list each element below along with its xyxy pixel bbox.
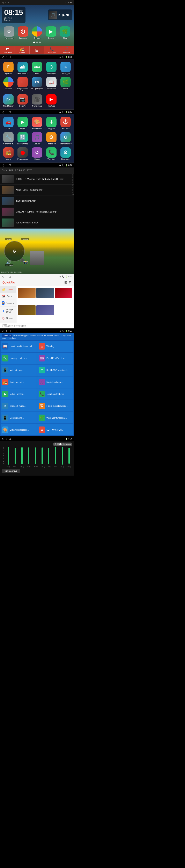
manual-item-radio[interactable]: 📻 Radio operation [0,376,37,388]
recent-icon-3[interactable]: □ [9,111,10,114]
recent-icon-4[interactable]: □ [9,163,10,167]
manual-item-wallpaper[interactable]: 🌿 Wallpaper functional... [37,412,74,424]
app-func[interactable]: F Функции [2,61,15,75]
manual-item-dynamic[interactable]: 🎨 Dynamic wallpaper... [0,424,37,436]
recent-icon-5[interactable]: □ [9,275,10,278]
manual-item-main-interface[interactable]: 📱 Main interface [0,364,37,376]
manual-item-video[interactable]: ▶ Video Function... [0,388,37,400]
photo-4[interactable] [18,305,36,315]
back-ctrl-icon[interactable]: ↩ [22,249,25,253]
nav-radio[interactable]: 📻 Радио [15,46,30,54]
photo-5[interactable] [36,305,54,315]
manual-item-music[interactable]: 🎵 Music functional... [37,376,74,388]
app-radio2[interactable]: 📻 радио [2,147,15,161]
manual-item-telephony[interactable]: 📞 Telephony features [37,388,74,400]
eq-band-8khz[interactable] [59,447,66,465]
recent-icon-7[interactable]: □ [9,437,10,440]
eq-band-2khz[interactable] [45,447,52,465]
app-calculator[interactable]: 🔢 Калькулятор [16,131,30,146]
eq-band-64hz[interactable] [12,447,19,465]
app-phone2[interactable]: 📞 Телефон [45,147,58,161]
app-screensaver2[interactable]: ⏻ Заставка [59,116,72,130]
sidebar-picasa[interactable]: ⬡ Picasa [0,315,16,322]
manual-item-cleaning[interactable]: 🔧 cleaning equipment [0,352,37,364]
eq-band-125hz[interactable] [18,447,25,465]
eq-band-1khz[interactable] [39,447,45,465]
app-install[interactable]: ⚙ Установки [59,147,72,161]
home-icon-5[interactable]: ○ [5,275,7,278]
recent-icon-6[interactable]: □ [9,329,10,333]
nav-home[interactable]: ⊞ [30,46,44,54]
app-playmarket[interactable]: ▷ Play Маркет [2,93,15,108]
manual-item-bluetooth[interactable]: ʙ Bluetooth music... [0,400,37,412]
app-easyconnect[interactable]: E EasyConnectio [16,76,30,93]
manual-item-how-to-read[interactable]: 📖 How to read this manual [0,340,37,352]
nav-phone[interactable]: 📞 Телефон [44,46,59,54]
app-reset[interactable]: ↺ Сброс [30,147,44,161]
home-icon-6[interactable]: ○ [5,329,7,333]
back-icon-2[interactable]: ◁ [2,55,4,59]
back-icon[interactable]: ◁ [2,1,3,4]
home-icon-4[interactable]: ○ [5,163,7,167]
app-video[interactable]: ▶ Видео [44,26,58,40]
app-video2[interactable]: ▶ Видео [16,116,30,130]
prev-button[interactable]: ⏮ [59,13,62,17]
video-item-3[interactable]: bianxingjingang.mp4 [0,195,74,206]
eq-band-16khz[interactable] [66,447,72,465]
app-oboi[interactable]: 🌿 Обои [59,76,72,93]
app-downloads[interactable]: ⬇ Загрузки [45,116,58,130]
recent-icon-2[interactable]: □ [9,55,10,59]
video-item-1[interactable]: 1080p_TP_Wonder_Girls_Nobody_kbs2HD.mp4 [0,174,74,185]
eq-band-32hz[interactable] [5,447,12,465]
app-auto[interactable]: 🚗 Авто [2,116,15,130]
app-screensaver[interactable]: ⏻ Заставка [16,26,30,40]
app-music[interactable]: 🎵 Музыка [30,131,44,146]
home-icon-7[interactable]: ○ [5,437,7,440]
nav-navigation[interactable]: 🗺 Навигация [0,46,15,54]
manual-item-bootlogo[interactable]: ⊙ Boot LOGO functional... [37,364,74,376]
app-instructions[interactable]: 📖 Instructions [45,76,58,93]
home-icon[interactable]: ○ [4,1,6,4]
manual-item-setfunc[interactable]: ⚙ SET FUNCTION... [37,424,74,436]
eq-toggle[interactable] [57,443,62,445]
sidebar-dropbox[interactable]: 📦 Dropbox [0,300,16,307]
eq-band-4khz[interactable] [52,447,59,465]
photo-2[interactable] [36,288,54,298]
grid-view-icon[interactable]: ⊞ [64,280,67,284]
app-settingsgo[interactable]: G Настройки Go [59,131,72,146]
settings-ctrl-icon[interactable]: ⚙ [12,249,16,254]
settings-icon-qp[interactable]: ⚙ [69,280,72,284]
eq-switch[interactable]: off По умолч. [53,442,72,446]
sidebar-add[interactable]: + Добавить [0,327,16,329]
app-bootlogo[interactable]: ⊙ Boot Logo [45,61,58,75]
app-quickpic[interactable]: 📷 QuickPic [16,93,30,108]
photo-1[interactable] [18,288,36,298]
eq-band-500hz[interactable] [32,447,39,465]
back-icon-7[interactable]: ◁ [2,437,4,440]
app-tools[interactable]: 🔧 Инструменты [2,131,15,146]
app-chrome-2[interactable]: Chrome [2,76,15,93]
app-wallpaper[interactable]: 🌿 Обои [59,26,72,40]
app-esprov[interactable]: ES ES Проводник [30,76,44,93]
video-item-2[interactable]: Arjun I Love This Song.mp4 [0,185,74,195]
nav-music[interactable]: 🎵 Музыка [59,46,74,54]
app-settings2[interactable]: ⚙ Настройки [45,131,58,146]
eq-preset-button[interactable]: Стандартный [2,469,20,473]
app-youtube[interactable]: ▶ YouTube [45,93,58,108]
sidebar-folders[interactable]: 📁 Папки [0,286,16,293]
app-trafficguard[interactable]: 🎥 Traffic guard [30,93,44,108]
back-icon-5[interactable]: ◁ [2,275,4,278]
back-icon-3[interactable]: ◁ [2,111,4,114]
eq-band-250hz[interactable] [25,447,32,465]
back-icon-4[interactable]: ◁ [2,163,4,167]
video-item-4[interactable]: [1080.MP4]A Pink - NoNoNo(官方版).mp4 [0,206,74,217]
manual-item-panel-key[interactable]: ⌨ Panel Key Functions [37,352,74,364]
back-icon-6[interactable]: ◁ [2,329,4,333]
photo-3[interactable] [55,288,72,298]
manual-item-mobile[interactable]: 📱 Mobile phone... [0,412,37,424]
home-icon-2[interactable]: ○ [5,55,7,59]
app-btaudio[interactable]: ʙ BT Аудио [59,61,72,75]
play-button[interactable]: ▶ [63,13,65,17]
app-equalizer[interactable]: Эквалайзер а [16,61,30,75]
app-live-wallpaper[interactable]: 🎨 Живые обои [30,116,44,130]
